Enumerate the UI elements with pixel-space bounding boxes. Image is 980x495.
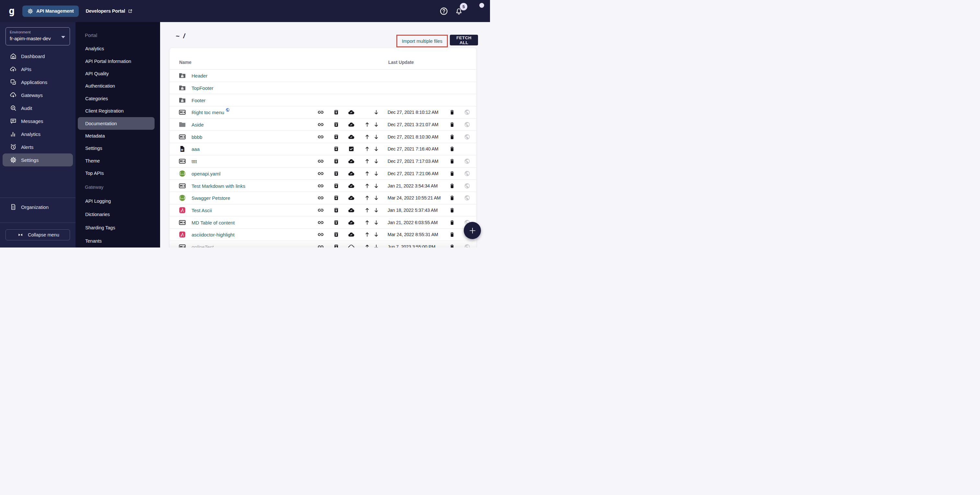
- published-icon[interactable]: [348, 121, 355, 128]
- delete-icon[interactable]: [449, 134, 455, 140]
- delete-icon[interactable]: [449, 244, 455, 248]
- developers-portal-link[interactable]: Developers Portal: [86, 8, 133, 14]
- delete-icon[interactable]: [449, 207, 455, 213]
- move-up-icon[interactable]: [364, 207, 370, 213]
- sidebar-item-gateways[interactable]: Gateways: [3, 89, 73, 102]
- link-icon[interactable]: [317, 219, 324, 226]
- move-down-icon[interactable]: [373, 183, 379, 189]
- document-name-link[interactable]: openapi.yaml: [191, 171, 220, 176]
- document-name-link[interactable]: Footer: [191, 97, 205, 103]
- download-icon[interactable]: [333, 134, 339, 140]
- delete-icon[interactable]: [449, 121, 455, 128]
- document-name-link[interactable]: bbbb: [191, 134, 202, 139]
- subnav-item-client-registration[interactable]: Client Registration: [78, 105, 154, 117]
- link-icon[interactable]: [317, 243, 324, 248]
- move-down-icon[interactable]: [373, 146, 379, 152]
- download-icon[interactable]: [333, 244, 339, 248]
- subnav-item-analytics[interactable]: Analytics: [78, 43, 154, 55]
- sidebar-item-analytics[interactable]: Analytics: [3, 128, 73, 141]
- published-icon[interactable]: [348, 170, 355, 177]
- subnav-item-api-quality[interactable]: API Quality: [78, 67, 154, 80]
- document-name-link[interactable]: asciidoctor-highlight: [191, 232, 235, 238]
- globe-disabled-icon[interactable]: [464, 170, 470, 176]
- move-down-icon[interactable]: [373, 232, 379, 238]
- subnav-item-settings[interactable]: Settings: [78, 142, 154, 155]
- delete-icon[interactable]: [449, 170, 455, 176]
- document-name-link[interactable]: Right toc menu: [191, 110, 230, 115]
- checked-icon[interactable]: [348, 145, 355, 152]
- subnav-item-api-portal-information[interactable]: API Portal Information: [78, 55, 154, 67]
- link-icon[interactable]: [317, 207, 324, 214]
- subnav-item-api-logging[interactable]: API Logging: [78, 194, 154, 208]
- move-up-icon[interactable]: [364, 195, 370, 201]
- environment-select[interactable]: Environment fr-apim-master-dev: [5, 27, 70, 45]
- notifications-bell[interactable]: 5: [455, 7, 463, 15]
- globe-disabled-icon[interactable]: [464, 121, 470, 128]
- download-icon[interactable]: [333, 109, 339, 115]
- published-icon[interactable]: [348, 207, 355, 214]
- move-up-icon[interactable]: [364, 121, 370, 128]
- subnav-item-dictionaries[interactable]: Dictionaries: [78, 208, 154, 221]
- published-icon[interactable]: [348, 133, 355, 141]
- move-up-icon[interactable]: [364, 183, 370, 189]
- document-name-link[interactable]: Test Ascii: [191, 207, 212, 213]
- move-down-icon[interactable]: [373, 207, 379, 213]
- globe-disabled-icon[interactable]: [464, 195, 470, 201]
- add-page-button[interactable]: [464, 222, 481, 239]
- sidebar-item-settings[interactable]: Settings: [3, 153, 73, 166]
- globe-disabled-icon[interactable]: [464, 109, 470, 115]
- link-icon[interactable]: [317, 158, 324, 165]
- published-icon[interactable]: [348, 194, 355, 201]
- link-icon[interactable]: [317, 195, 324, 201]
- document-name-link[interactable]: onlineTest: [191, 244, 213, 248]
- move-up-icon[interactable]: [364, 158, 370, 164]
- delete-icon[interactable]: [449, 183, 455, 189]
- document-name-link[interactable]: Swagger Petstore: [191, 195, 230, 201]
- published-icon[interactable]: [348, 182, 355, 190]
- move-up-icon[interactable]: [364, 232, 370, 238]
- sidebar-item-alerts[interactable]: Alerts: [3, 141, 73, 153]
- published-icon[interactable]: [348, 219, 355, 226]
- delete-icon[interactable]: [449, 195, 455, 201]
- subnav-item-authentication[interactable]: Authentication: [78, 80, 154, 92]
- move-down-icon[interactable]: [373, 158, 379, 164]
- move-down-icon[interactable]: [373, 171, 379, 176]
- import-multiple-files-button[interactable]: Import multiple files: [400, 38, 444, 44]
- delete-icon[interactable]: [449, 232, 455, 238]
- move-up-icon[interactable]: [364, 134, 370, 140]
- move-up-icon[interactable]: [364, 244, 370, 248]
- delete-icon[interactable]: [449, 219, 455, 225]
- api-management-switcher[interactable]: API Management: [22, 5, 78, 17]
- download-icon[interactable]: [333, 207, 339, 213]
- download-icon[interactable]: [333, 158, 339, 164]
- download-icon[interactable]: [333, 121, 339, 128]
- link-icon[interactable]: [317, 133, 324, 140]
- delete-icon[interactable]: [449, 158, 455, 164]
- move-down-icon[interactable]: [373, 109, 379, 115]
- unpublished-icon[interactable]: [348, 243, 355, 248]
- sidebar-item-audit[interactable]: Audit: [3, 102, 73, 115]
- published-icon[interactable]: [348, 158, 355, 165]
- move-down-icon[interactable]: [373, 121, 379, 128]
- download-icon[interactable]: [333, 170, 339, 176]
- sidebar-item-applications[interactable]: Applications: [3, 75, 73, 89]
- sidebar-item-messages[interactable]: Messages: [3, 115, 73, 128]
- move-down-icon[interactable]: [373, 195, 379, 201]
- download-icon[interactable]: [333, 219, 339, 225]
- link-icon[interactable]: [317, 231, 324, 238]
- globe-disabled-icon[interactable]: [464, 134, 470, 140]
- move-down-icon[interactable]: [373, 220, 379, 225]
- delete-icon[interactable]: [449, 109, 455, 115]
- globe-disabled-icon[interactable]: [464, 244, 470, 248]
- globe-disabled-icon[interactable]: [464, 158, 470, 164]
- collapse-menu-button[interactable]: Collapse menu: [5, 229, 70, 240]
- download-icon[interactable]: [333, 232, 339, 238]
- sidebar-item-apis[interactable]: APIs: [3, 62, 73, 75]
- document-name-link[interactable]: MD Table of content: [191, 220, 235, 225]
- delete-icon[interactable]: [449, 146, 455, 152]
- subnav-item-categories[interactable]: Categories: [78, 93, 154, 105]
- document-name-link[interactable]: Test Markdown with links: [191, 183, 245, 188]
- globe-disabled-icon[interactable]: [464, 183, 470, 189]
- sidebar-item-dashboard[interactable]: Dashboard: [3, 50, 73, 62]
- link-icon[interactable]: [317, 109, 324, 116]
